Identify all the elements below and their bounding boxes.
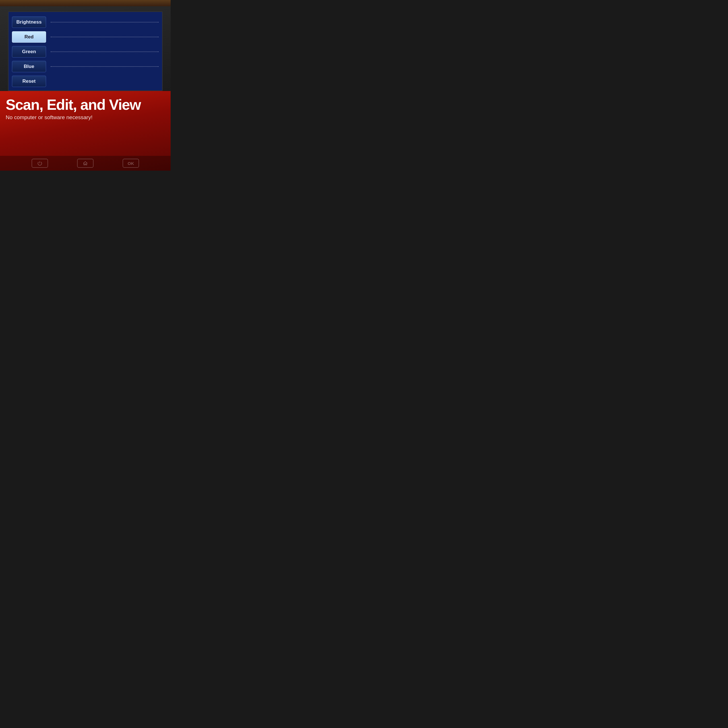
device-body: BrightnessRedGreenBlueReset — [0, 6, 171, 91]
menu-row-brightness[interactable]: Brightness — [12, 17, 159, 28]
menu-row-blue[interactable]: Blue — [12, 61, 159, 72]
promo-title: Scan, Edit, and View — [6, 97, 165, 112]
hw-btn-home[interactable] — [77, 159, 93, 168]
screen-inner: BrightnessRedGreenBlueReset — [9, 12, 162, 90]
hardware-button-row: OK — [0, 156, 171, 171]
menu-btn-green[interactable]: Green — [12, 46, 46, 57]
page: BrightnessRedGreenBlueReset Scan, Edit, … — [0, 0, 171, 171]
home-icon — [83, 161, 88, 166]
screen-container: BrightnessRedGreenBlueReset — [8, 11, 163, 91]
slider-track-green — [50, 52, 159, 52]
menu-btn-brightness[interactable]: Brightness — [12, 17, 46, 28]
menu-row-green[interactable]: Green — [12, 46, 159, 57]
power-icon — [37, 161, 42, 166]
hw-btn-power[interactable] — [32, 159, 48, 168]
slider-track-brightness — [50, 22, 159, 23]
promo-subtitle: No computer or software necessary! — [6, 114, 165, 121]
menu-row-reset[interactable]: Reset — [12, 76, 159, 87]
menu-btn-red[interactable]: Red — [12, 31, 46, 43]
menu-btn-blue[interactable]: Blue — [12, 61, 46, 72]
slider-track-red — [50, 37, 159, 37]
menu-btn-reset[interactable]: Reset — [12, 76, 46, 87]
hw-btn-ok[interactable]: OK — [122, 159, 139, 168]
slider-track-blue — [50, 66, 159, 67]
menu-row-red[interactable]: Red — [12, 31, 159, 43]
device-top-edge — [0, 0, 171, 6]
promo-section: Scan, Edit, and View No computer or soft… — [0, 91, 171, 171]
